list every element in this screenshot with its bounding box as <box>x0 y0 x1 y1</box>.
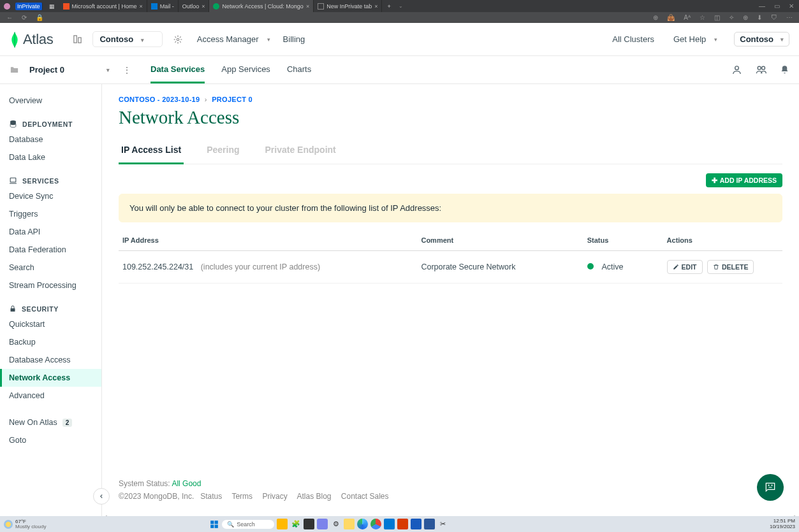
favorite-icon[interactable]: ☆ <box>700 14 705 21</box>
sidebar-item-triggers[interactable]: Triggers <box>0 205 101 223</box>
close-icon[interactable]: × <box>374 3 378 10</box>
footer-link-privacy[interactable]: Privacy <box>262 492 287 501</box>
taskbar-app-icon[interactable] <box>277 519 288 529</box>
svg-rect-8 <box>11 308 15 312</box>
sidebar-item-quickstart[interactable]: Quickstart <box>0 315 101 333</box>
taskbar-app-icon[interactable] <box>411 519 421 529</box>
all-clusters-link[interactable]: All Clusters <box>610 31 657 48</box>
bell-icon[interactable] <box>780 64 789 75</box>
sidebar-collapse-button[interactable] <box>93 488 110 505</box>
invite-icon[interactable] <box>731 64 742 75</box>
users-icon[interactable] <box>755 64 767 75</box>
breadcrumb-project[interactable]: PROJECT 0 <box>212 96 253 103</box>
tab-manager-icon[interactable]: ▦ <box>49 3 55 10</box>
lock-icon[interactable]: 🔒 <box>36 14 43 21</box>
breadcrumb-org[interactable]: CONTOSO - 2023-10-19 <box>119 96 200 103</box>
close-icon[interactable]: × <box>306 3 309 10</box>
sidebar-item-database[interactable]: Database <box>0 131 101 148</box>
billing-link[interactable]: Billing <box>281 31 308 48</box>
get-help-link[interactable]: Get Help▾ <box>671 31 720 48</box>
new-tab-button[interactable]: + <box>382 3 395 10</box>
sidebar-item-data-api[interactable]: Data API <box>0 223 101 241</box>
taskbar-clock[interactable]: 12:51 PM 10/19/2023 <box>770 519 795 530</box>
collections-icon[interactable]: ⊕ <box>743 14 748 21</box>
zoom-icon[interactable]: ⊕ <box>653 14 658 21</box>
settings-icon[interactable]: ⋯ <box>786 14 793 21</box>
taskbar-search[interactable]: 🔍Search <box>222 520 274 529</box>
performance-icon[interactable]: ⛉ <box>771 14 777 21</box>
refresh-button[interactable]: ⟳ <box>22 14 27 21</box>
browser-tab[interactable]: Outloo× <box>179 0 210 12</box>
taskbar-app-icon[interactable] <box>304 519 314 529</box>
tab-charts[interactable]: Charts <box>287 57 311 83</box>
taskbar-app-icon[interactable] <box>397 519 408 529</box>
chat-button[interactable] <box>757 474 784 501</box>
close-window-button[interactable]: ✕ <box>789 3 794 10</box>
add-ip-address-button[interactable]: ✚ ADD IP ADDRESS <box>706 173 782 187</box>
subtab-ip-access-list[interactable]: IP Access List <box>119 138 184 164</box>
minimize-button[interactable]: — <box>759 3 765 10</box>
tab-data-services[interactable]: Data Services <box>150 57 205 83</box>
edit-button[interactable]: EDIT <box>667 260 703 274</box>
read-aloud-icon[interactable]: Aᴬ <box>684 14 691 21</box>
weather-icon <box>4 520 13 529</box>
footer-link-status[interactable]: Status <box>200 492 222 501</box>
org-icon[interactable] <box>68 31 86 48</box>
access-manager-link[interactable]: Access Manager▾ <box>194 31 273 48</box>
start-button[interactable] <box>209 519 219 529</box>
edge-icon[interactable] <box>357 519 368 529</box>
system-status-label: System Status: <box>119 479 170 488</box>
project-tabs: Data Services App Services Charts <box>150 57 311 83</box>
gear-icon[interactable] <box>169 31 187 48</box>
back-button[interactable]: ← <box>6 14 13 21</box>
restore-button[interactable]: ▭ <box>774 3 780 10</box>
tab-overflow-icon[interactable]: ⌄ <box>396 3 406 9</box>
favorites-bar-icon[interactable]: ✧ <box>729 14 734 21</box>
user-menu[interactable]: Contoso▾ <box>734 32 789 47</box>
footer-link-contact[interactable]: Contact Sales <box>341 492 389 501</box>
subtab-peering[interactable]: Peering <box>204 138 242 164</box>
taskbar-app-icon[interactable]: 🧩 <box>290 519 301 529</box>
taskbar-app-icon[interactable]: ⚙ <box>330 519 341 529</box>
sidebar-item-data-federation[interactable]: Data Federation <box>0 241 101 259</box>
close-icon[interactable]: × <box>202 3 205 10</box>
taskbar-app-icon[interactable] <box>317 519 328 529</box>
split-screen-icon[interactable]: ◫ <box>714 14 720 21</box>
extensions-icon[interactable]: ⬇ <box>757 14 762 21</box>
browser-tab[interactable]: New InPrivate tab× <box>314 0 382 12</box>
atlas-logo[interactable]: Atlas <box>10 31 53 48</box>
sidebar-item-network-access[interactable]: Network Access <box>0 369 101 387</box>
sidebar-item-new-on-atlas[interactable]: New On Atlas 2 <box>0 413 101 431</box>
sidebar-item-overview[interactable]: Overview <box>0 92 101 110</box>
browser-tab-active[interactable]: Network Access | Cloud: Mongo× <box>209 0 314 12</box>
sidebar-item-stream-processing[interactable]: Stream Processing <box>0 277 101 294</box>
browser-tab[interactable]: Microsoft account | Home× <box>59 0 147 12</box>
sidebar-item-advanced[interactable]: Advanced <box>0 387 101 405</box>
sidebar-item-backup[interactable]: Backup <box>0 333 101 351</box>
org-selector[interactable]: Contoso ▾ <box>92 31 162 47</box>
chrome-icon[interactable] <box>370 519 381 529</box>
system-status-value[interactable]: All Good <box>172 479 201 488</box>
snip-icon[interactable]: ✂ <box>437 519 448 529</box>
sidebar-item-search[interactable]: Search <box>0 259 101 277</box>
project-menu-icon[interactable]: ⋮ <box>119 65 135 75</box>
notice-banner: You will only be able to connect to your… <box>119 194 782 222</box>
file-explorer-icon[interactable] <box>344 519 355 529</box>
footer-link-terms[interactable]: Terms <box>231 492 253 501</box>
weather-widget[interactable]: 67°F Mostly cloudy <box>4 519 46 529</box>
sidebar-item-goto[interactable]: Goto <box>0 431 101 449</box>
tab-app-services[interactable]: App Services <box>221 57 270 83</box>
sidebar-item-device-sync[interactable]: Device Sync <box>0 187 101 205</box>
shopping-icon[interactable]: 👜 <box>667 14 675 21</box>
subtab-private-endpoint[interactable]: Private Endpoint <box>263 138 339 164</box>
footer-link-blog[interactable]: Atlas Blog <box>297 492 331 501</box>
sidebar-item-database-access[interactable]: Database Access <box>0 351 101 369</box>
sidebar-item-data-lake[interactable]: Data Lake <box>0 148 101 166</box>
svg-rect-12 <box>214 521 217 524</box>
browser-tab[interactable]: Mail - <box>147 0 179 12</box>
word-icon[interactable] <box>424 519 435 529</box>
close-icon[interactable]: × <box>139 3 142 10</box>
project-selector[interactable]: Project 0 ▾ <box>24 62 114 77</box>
taskbar-app-icon[interactable] <box>384 519 395 529</box>
delete-button[interactable]: DELETE <box>707 260 754 274</box>
